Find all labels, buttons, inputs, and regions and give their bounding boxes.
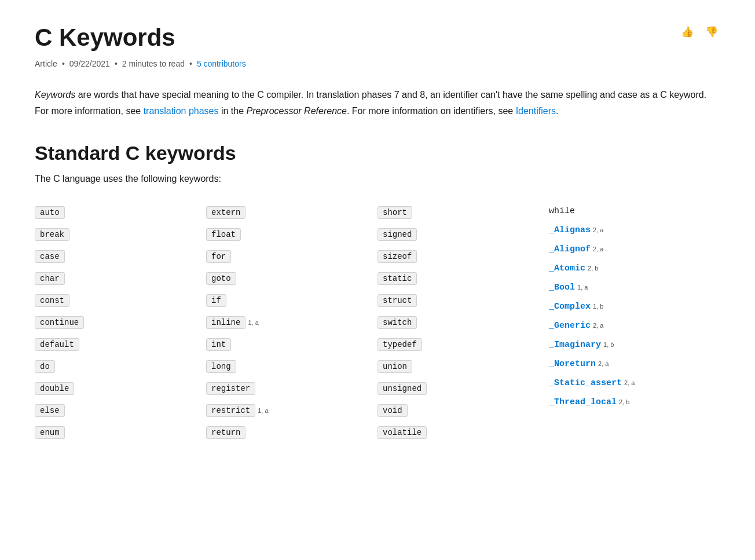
list-item: restrict 1, a	[206, 401, 378, 420]
list-item: struct	[378, 291, 549, 310]
article-type: Article	[35, 59, 57, 68]
list-item: long	[206, 357, 378, 376]
keyword-column-3: short signed sizeof static struct switch…	[378, 203, 549, 442]
keyword-short: short	[378, 206, 412, 219]
list-item: _Alignas 2, a	[549, 222, 720, 239]
list-item: char	[35, 269, 206, 288]
thumbs-down-button[interactable]: 👎	[703, 23, 720, 41]
preprocessor-ref-italic: Preprocessor Reference	[247, 106, 347, 116]
list-item: _Generic 2, a	[549, 317, 720, 334]
page-header: C Keywords Article • 09/22/2021 • 2 minu…	[35, 23, 720, 87]
keyword-void: void	[378, 404, 408, 417]
keyword-sizeof: sizeof	[378, 250, 417, 263]
list-item: _Noreturn 2, a	[549, 356, 720, 372]
keyword-struct: struct	[378, 294, 417, 307]
list-item: case	[35, 247, 206, 266]
keyword-noreturn-link[interactable]: _Noreturn	[549, 359, 596, 369]
keyword-double: double	[35, 382, 74, 395]
keyword-alignas-link[interactable]: _Alignas	[549, 225, 591, 235]
keyword-auto: auto	[35, 206, 65, 219]
feedback-icons: 👍 👎	[679, 23, 720, 41]
keyword-case: case	[35, 250, 65, 263]
list-item: do	[35, 357, 206, 376]
list-item: _Imaginary 1, b	[549, 336, 720, 353]
keyword-return: return	[206, 426, 245, 439]
list-item: if	[206, 291, 378, 310]
list-item: default	[35, 335, 206, 354]
list-item: _Complex 1, b	[549, 298, 720, 315]
list-item: unsigned	[378, 379, 549, 398]
keyword-column-1: auto break case char const continue defa…	[35, 203, 206, 442]
keyword-imaginary-link[interactable]: _Imaginary	[549, 340, 601, 350]
list-item: volatile	[378, 423, 549, 442]
keyword-int: int	[206, 338, 231, 351]
list-item: register	[206, 379, 378, 398]
list-item: enum	[35, 423, 206, 442]
identifiers-link[interactable]: Identifiers	[516, 106, 556, 116]
keyword-float: float	[206, 228, 241, 241]
read-time: 2 minutes to read	[122, 59, 185, 68]
keyword-signed: signed	[378, 228, 417, 241]
keyword-alignof-link[interactable]: _Alignof	[549, 244, 591, 254]
list-item: void	[378, 401, 549, 420]
section-subtitle: The C language uses the following keywor…	[35, 174, 720, 184]
keyword-for: for	[206, 250, 231, 263]
list-item: _Static_assert 2, a	[549, 375, 720, 391]
list-item: float	[206, 225, 378, 244]
keyword-static: static	[378, 272, 417, 285]
list-item: return	[206, 423, 378, 442]
intro-paragraph: Keywords are words that have special mea…	[35, 87, 718, 118]
thumbs-up-button[interactable]: 👍	[679, 23, 696, 41]
dot1: •	[62, 59, 65, 68]
list-item: break	[35, 225, 206, 244]
keyword-typedef: typedef	[378, 338, 422, 351]
section-title: Standard C keywords	[35, 142, 720, 164]
list-item: switch	[378, 313, 549, 332]
keyword-continue: continue	[35, 316, 84, 329]
list-item: inline 1, a	[206, 313, 378, 332]
list-item: short	[378, 203, 549, 222]
keyword-static-assert-link[interactable]: _Static_assert	[549, 378, 622, 388]
list-item: signed	[378, 225, 549, 244]
contributors-link[interactable]: 5 contributors	[197, 59, 246, 68]
keyword-complex-link[interactable]: _Complex	[549, 302, 591, 312]
keywords-grid: auto break case char const continue defa…	[35, 203, 720, 442]
keyword-long: long	[206, 360, 236, 373]
list-item: union	[378, 357, 549, 376]
list-item: extern	[206, 203, 378, 222]
list-item: sizeof	[378, 247, 549, 266]
list-item: for	[206, 247, 378, 266]
keyword-inline: inline	[206, 316, 245, 329]
list-item: double	[35, 379, 206, 398]
keyword-if: if	[206, 294, 226, 307]
keywords-italic: Keywords	[35, 90, 75, 100]
keyword-thread-local-link[interactable]: _Thread_local	[549, 397, 617, 407]
list-item: _Thread_local 2, b	[549, 394, 720, 411]
keyword-register: register	[206, 382, 255, 395]
dot3: •	[189, 59, 192, 68]
list-item: typedef	[378, 335, 549, 354]
keyword-default: default	[35, 338, 79, 351]
article-date: 09/22/2021	[69, 59, 110, 68]
keyword-atomic-link[interactable]: _Atomic	[549, 263, 585, 273]
standard-section: Standard C keywords The C language uses …	[35, 142, 720, 442]
list-item: while	[549, 203, 720, 219]
keyword-generic-link[interactable]: _Generic	[549, 321, 591, 331]
keyword-extern: extern	[206, 206, 245, 219]
list-item: else	[35, 401, 206, 420]
keyword-bool-link[interactable]: _Bool	[549, 283, 575, 292]
keyword-const: const	[35, 294, 69, 307]
keyword-volatile: volatile	[378, 426, 427, 439]
keyword-goto: goto	[206, 272, 236, 285]
keyword-break: break	[35, 228, 69, 241]
dot2: •	[115, 59, 118, 68]
keyword-enum: enum	[35, 426, 65, 439]
list-item: const	[35, 291, 206, 310]
keyword-char: char	[35, 272, 65, 285]
list-item: int	[206, 335, 378, 354]
translation-phases-link[interactable]: translation phases	[144, 106, 219, 116]
list-item: static	[378, 269, 549, 288]
keyword-do: do	[35, 360, 55, 373]
list-item: goto	[206, 269, 378, 288]
keyword-column-4: while _Alignas 2, a _Alignof 2, a _Atomi…	[549, 203, 720, 442]
